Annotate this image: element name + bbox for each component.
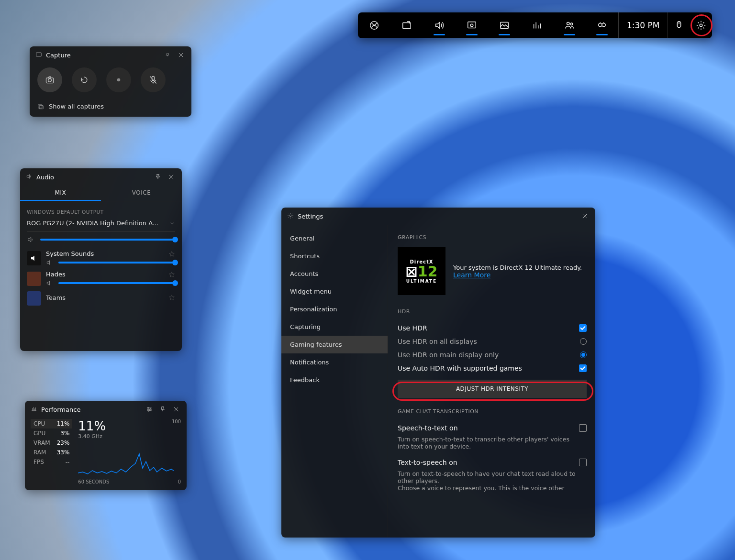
xbox-button[interactable] [358, 12, 390, 38]
screenshot-button[interactable] [37, 67, 62, 92]
use-hdr-checkbox[interactable] [579, 324, 587, 332]
capture-widget: Capture Show all captures [30, 46, 191, 117]
audio-title: Audio [36, 174, 149, 181]
audio-icon [26, 173, 33, 181]
mouse-pinned-icon[interactable] [668, 12, 690, 38]
text-to-speech-checkbox[interactable] [579, 459, 587, 466]
close-button[interactable] [580, 211, 590, 221]
sidebar-item-capturing[interactable]: Capturing [281, 318, 388, 336]
volume-icon [27, 236, 34, 243]
sidebar-item-personalization[interactable]: Personalization [281, 300, 388, 318]
sidebar-item-widget-menu[interactable]: Widget menu [281, 283, 388, 300]
directx-status-text: Your system is DirectX 12 Ultimate ready… [453, 264, 582, 271]
svg-point-19 [150, 409, 151, 410]
svg-rect-16 [38, 104, 42, 108]
hdr-main-display-radio[interactable] [580, 351, 587, 358]
tab-mix[interactable]: MIX [20, 186, 101, 201]
close-button[interactable] [171, 405, 181, 414]
tab-voice[interactable]: VOICE [101, 186, 182, 201]
sidebar-item-feedback[interactable]: Feedback [281, 371, 388, 389]
star-icon[interactable] [168, 271, 175, 278]
svg-point-8 [602, 23, 605, 26]
text-to-speech-label: Text-to-speech on [398, 459, 579, 466]
sidebar-item-general[interactable]: General [281, 230, 388, 247]
volume-icon [46, 280, 53, 286]
system-sounds-slider[interactable] [58, 262, 175, 264]
volume-icon [46, 259, 53, 266]
svg-point-18 [148, 407, 149, 408]
app-name: Hades [46, 271, 66, 278]
record-last-button[interactable] [72, 67, 97, 92]
gallery-widget-button[interactable] [488, 12, 521, 38]
pin-button[interactable] [158, 405, 167, 414]
resources-widget-button[interactable] [521, 12, 553, 38]
sidebar-item-shortcuts[interactable]: Shortcuts [281, 247, 388, 265]
performance-widget-button[interactable] [456, 12, 488, 38]
speech-to-text-checkbox[interactable] [579, 424, 587, 432]
metrics-list: CPU11% GPU3% VRAM23% RAM33% FPS-- [31, 419, 72, 484]
svg-point-14 [117, 78, 121, 82]
hdr-all-displays-label: Use HDR on all displays [398, 338, 580, 345]
hdr-all-displays-radio[interactable] [580, 338, 587, 345]
capture-title: Capture [46, 52, 159, 59]
record-button[interactable] [106, 67, 131, 92]
close-button[interactable] [167, 172, 176, 182]
mic-off-button[interactable] [141, 67, 166, 92]
system-sounds-thumb [27, 251, 41, 265]
clock: 1:30 PM [619, 12, 668, 38]
options-button[interactable] [145, 405, 154, 414]
adjust-hdr-button[interactable]: ADJUST HDR INTENSITY [398, 380, 587, 398]
settings-title: Settings [298, 213, 576, 220]
pin-button[interactable] [163, 50, 172, 60]
svg-point-21 [290, 215, 291, 217]
master-volume-slider[interactable] [40, 239, 175, 241]
lfg-widget-button[interactable] [586, 12, 618, 38]
social-widget-button[interactable] [553, 12, 586, 38]
star-icon[interactable] [168, 294, 175, 301]
svg-point-20 [148, 410, 149, 411]
sidebar-item-accounts[interactable]: Accounts [281, 265, 388, 283]
hades-slider[interactable] [58, 282, 175, 284]
svg-point-10 [700, 24, 702, 27]
settings-sidebar: General Shortcuts Accounts Widget menu P… [281, 225, 388, 538]
svg-point-13 [48, 79, 52, 82]
learn-more-link[interactable]: Learn More [453, 271, 582, 279]
speech-to-text-label: Speech-to-text on [398, 424, 579, 432]
graphics-section-label: GRAPHICS [398, 234, 587, 241]
text-to-speech-desc: Turn on text-to-speech to have your chat… [398, 470, 587, 492]
speech-to-text-desc: Turn on speech-to-text to transcribe oth… [398, 436, 587, 450]
auto-hdr-label: Use Auto HDR with supported games [398, 364, 579, 372]
capture-widget-button[interactable] [390, 12, 423, 38]
metric-sub: 3.40 GHz [78, 433, 181, 439]
sidebar-item-notifications[interactable]: Notifications [281, 353, 388, 371]
settings-button[interactable] [690, 12, 712, 38]
sidebar-item-gaming-features[interactable]: Gaming features [281, 336, 388, 353]
star-icon[interactable] [168, 251, 175, 257]
game-chat-section-label: GAME CHAT TRANSCRIPTION [398, 408, 587, 415]
output-device-value: ROG PG27U (2- NVIDIA High Definition A..… [27, 220, 158, 227]
hdr-section-label: HDR [398, 308, 587, 315]
audio-widget: Audio MIX VOICE WINDOWS DEFAULT OUTPUT R… [20, 168, 182, 351]
chevron-down-icon [169, 220, 175, 226]
hdr-main-display-label: Use HDR on main display only [398, 351, 580, 359]
capture-icon [35, 51, 42, 59]
pin-button[interactable] [153, 172, 163, 182]
svg-point-6 [570, 23, 573, 25]
teams-thumb [27, 291, 41, 306]
settings-widget: Settings General Shortcuts Accounts Widg… [281, 208, 595, 538]
use-hdr-label: Use HDR [398, 324, 579, 332]
output-device-dropdown[interactable]: ROG PG27U (2- NVIDIA High Definition A..… [27, 218, 175, 232]
auto-hdr-checkbox[interactable] [579, 364, 587, 372]
metric-big: 11% [78, 419, 181, 433]
performance-icon [31, 406, 37, 414]
audio-widget-button[interactable] [423, 12, 456, 38]
performance-title: Performance [41, 406, 141, 413]
game-bar-toolbar: 1:30 PM [358, 12, 712, 38]
svg-rect-2 [468, 22, 476, 28]
app-name: System Sounds [46, 250, 94, 257]
show-all-captures-link[interactable]: Show all captures [30, 98, 191, 117]
show-all-captures-label: Show all captures [49, 103, 104, 110]
close-button[interactable] [176, 50, 186, 60]
directx-badge: DirectX ⊠12 ULTIMATE [398, 247, 445, 295]
gear-icon [287, 212, 294, 220]
